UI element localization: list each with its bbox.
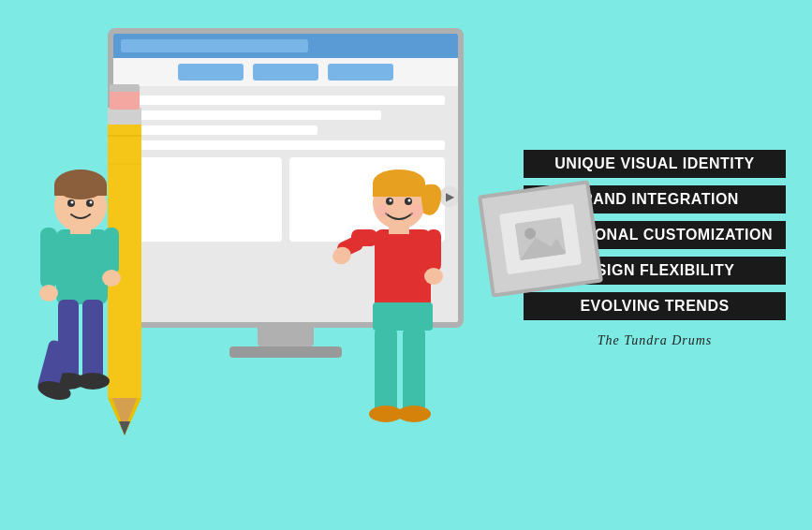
svg-point-18 bbox=[86, 199, 94, 207]
monitor-content bbox=[113, 86, 458, 251]
monitor-arrow-right: ▶ bbox=[439, 186, 460, 207]
content-box-right bbox=[289, 157, 445, 242]
svg-marker-8 bbox=[112, 398, 137, 431]
svg-rect-16 bbox=[54, 184, 107, 196]
brand-name: The Tundra Drums bbox=[524, 333, 786, 348]
svg-point-17 bbox=[67, 199, 75, 207]
svg-point-50 bbox=[369, 405, 403, 422]
monitor-top-bar bbox=[113, 34, 458, 58]
monitor-nav-bar bbox=[113, 58, 458, 86]
svg-rect-26 bbox=[82, 300, 103, 379]
nav-btn-3 bbox=[328, 64, 393, 81]
monitor-address-bar bbox=[121, 39, 308, 52]
monitor-screen: ◀ ▶ bbox=[108, 28, 464, 328]
svg-rect-25 bbox=[58, 300, 79, 379]
svg-point-22 bbox=[39, 285, 58, 302]
content-line-1 bbox=[126, 96, 445, 105]
svg-point-28 bbox=[76, 373, 110, 390]
svg-rect-21 bbox=[40, 228, 57, 288]
svg-point-15 bbox=[54, 169, 107, 199]
image-card-inner bbox=[499, 203, 582, 274]
svg-rect-29 bbox=[37, 339, 69, 394]
content-line-2 bbox=[126, 110, 381, 120]
monitor-arrow-left: ◀ bbox=[111, 186, 132, 207]
image-card bbox=[478, 180, 603, 298]
svg-point-20 bbox=[90, 201, 93, 204]
text-unique-visual-identity: UNIQUE VISUAL IDENTITY bbox=[524, 150, 786, 178]
svg-rect-13 bbox=[70, 215, 91, 234]
nav-btn-2 bbox=[253, 64, 318, 81]
svg-marker-9 bbox=[119, 421, 130, 435]
svg-rect-12 bbox=[56, 229, 108, 304]
text-evolving-trends: EVOLVING TRENDS bbox=[524, 292, 786, 320]
content-line-3 bbox=[126, 125, 317, 135]
svg-point-51 bbox=[397, 405, 431, 422]
monitor-stand bbox=[258, 328, 314, 346]
svg-point-19 bbox=[71, 201, 74, 204]
nav-btn-1 bbox=[178, 64, 244, 81]
monitor-base bbox=[229, 346, 342, 358]
svg-point-14 bbox=[54, 180, 107, 232]
content-line-4 bbox=[126, 140, 445, 150]
svg-point-30 bbox=[36, 378, 72, 404]
content-box-left bbox=[126, 157, 282, 242]
content-area bbox=[126, 157, 445, 242]
svg-point-27 bbox=[52, 373, 85, 390]
monitor-illustration: ◀ ▶ bbox=[108, 28, 464, 375]
svg-marker-7 bbox=[108, 398, 141, 435]
main-scene: ◀ ▶ bbox=[0, 0, 812, 530]
image-placeholder-icon bbox=[514, 217, 566, 261]
